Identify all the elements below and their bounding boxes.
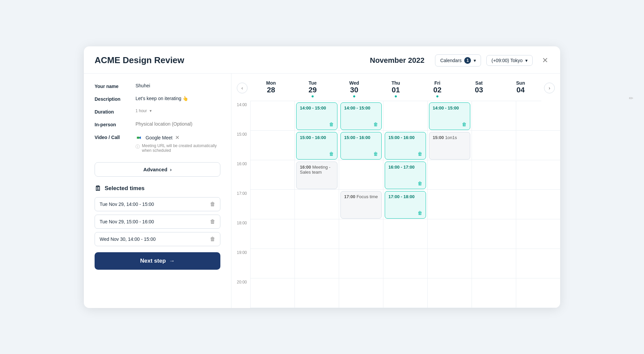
calendar-event[interactable]: 15:00 1on1s — [429, 132, 470, 160]
calendar-event[interactable]: 14:00 - 15:00 🗑 — [429, 102, 470, 130]
time-label: 15:00 — [231, 131, 250, 160]
time-slot-label: Tue Nov 29, 15:00 - 16:00 — [100, 219, 154, 224]
hour-cell — [295, 278, 339, 308]
event-time-label: 15:00 - 16:00 — [388, 135, 422, 140]
hour-cell — [472, 278, 516, 308]
hour-cell — [295, 219, 339, 249]
hour-cell — [251, 190, 294, 219]
time-slots-list: Tue Nov 29, 14:00 - 15:00 🗑Tue Nov 29, 1… — [95, 197, 220, 246]
hour-cell — [516, 219, 560, 249]
day-name: Wed — [333, 80, 375, 86]
event-time-label: 14:00 - 15:00 — [344, 105, 378, 110]
selected-times-section: 🗓 Selected times Tue Nov 29, 14:00 - 15:… — [95, 185, 220, 250]
day-dot-indicator — [353, 95, 355, 97]
hour-cell — [383, 101, 427, 131]
time-slot-delete-button[interactable]: 🗑 — [210, 219, 215, 225]
in-person-label: In-person — [95, 121, 131, 127]
video-call-label: Video / Call — [95, 134, 131, 140]
day-number: 02 — [417, 86, 458, 94]
hour-cell — [251, 160, 294, 190]
timezone-button[interactable]: (+09:00) Tokyo ▾ — [486, 55, 533, 66]
hour-cell — [472, 131, 516, 160]
description-label: Description — [95, 96, 131, 102]
day-header-sun: Sun 04 — [500, 78, 541, 101]
day-number: 01 — [375, 86, 417, 94]
calendar-next-button[interactable]: › — [544, 83, 555, 93]
calendar-event[interactable]: 15:00 - 16:00 🗑 — [296, 132, 337, 160]
time-slot-item: Tue Nov 29, 15:00 - 16:00 🗑 — [95, 215, 220, 229]
hour-cell — [516, 190, 560, 219]
calendar-clock-icon: 🗓 — [95, 185, 101, 192]
description-row: Description Let's keep on iterating 👆 ✏ — [95, 96, 220, 102]
day-col-mon — [250, 101, 294, 308]
video-remove-button[interactable]: ✕ — [175, 134, 179, 141]
time-column: 14:0015:0016:0017:0018:0019:0020:00 — [231, 101, 250, 308]
video-call-row: Video / Call — [95, 134, 220, 153]
calendar-event[interactable]: 17:00 Focus time — [340, 191, 382, 219]
event-delete-button[interactable]: 🗑 — [329, 151, 334, 157]
app-title: ACME Design Review — [95, 55, 365, 65]
advanced-button[interactable]: Advanced › — [95, 162, 220, 177]
calendars-chevron-icon: ▾ — [474, 58, 476, 63]
in-person-row: In-person — [95, 121, 220, 127]
left-panel: Your name Shuhei Description Let's keep … — [84, 74, 231, 308]
right-panel: ‹ Mon 28 Tue 29 Wed 30 Thu 01 Fri 02 Sat… — [231, 74, 560, 308]
hour-cell — [516, 101, 560, 131]
next-step-button[interactable]: Next step → — [95, 252, 220, 270]
event-time-label: 16:00 - 17:00 — [388, 165, 422, 170]
time-slot-delete-button[interactable]: 🗑 — [210, 201, 215, 207]
day-header-thu: Thu 01 — [375, 78, 417, 101]
event-delete-button[interactable]: 🗑 — [373, 151, 378, 157]
hour-cell — [295, 249, 339, 278]
time-slot-item: Wed Nov 30, 14:00 - 15:00 🗑 — [95, 232, 220, 246]
calendar-event[interactable]: 15:00 - 16:00 🗑 — [385, 132, 426, 160]
close-button[interactable]: ✕ — [541, 55, 549, 66]
body: Your name Shuhei Description Let's keep … — [84, 74, 560, 308]
event-delete-button[interactable]: 🗑 — [462, 122, 467, 127]
time-label: 17:00 — [231, 190, 250, 219]
duration-chevron-icon: ▾ — [150, 108, 152, 113]
meeting-url-note: ⓘ Meeting URL will be created automatica… — [136, 143, 220, 153]
duration-value: 1 hour — [136, 108, 147, 113]
day-number: 28 — [250, 86, 292, 94]
calendar-event[interactable]: 14:00 - 15:00 🗑 — [296, 102, 337, 130]
next-step-arrow-icon: → — [169, 258, 175, 264]
hour-cell — [251, 278, 294, 308]
duration-select[interactable]: 1 hour ▾ — [136, 108, 152, 113]
calendar-event[interactable]: 15:00 - 16:00 🗑 — [340, 132, 382, 160]
day-name: Tue — [292, 80, 333, 86]
day-name: Thu — [375, 80, 417, 86]
calendar-event[interactable]: 17:00 - 18:00 🗑 — [385, 191, 426, 219]
calendar-prev-button[interactable]: ‹ — [237, 83, 248, 93]
event-delete-button[interactable]: 🗑 — [418, 181, 422, 186]
calendars-button[interactable]: Calendars 1 ▾ — [435, 54, 481, 67]
hour-cell — [428, 160, 472, 190]
day-col-sat — [472, 101, 516, 308]
hour-cell — [251, 219, 294, 249]
time-slot-label: Wed Nov 30, 14:00 - 15:00 — [100, 236, 156, 242]
event-delete-button[interactable]: 🗑 — [373, 122, 378, 127]
event-delete-button[interactable]: 🗑 — [418, 210, 422, 216]
day-number: 30 — [333, 86, 375, 94]
day-dot-indicator — [312, 95, 314, 97]
calendar-grid: 14:0015:0016:0017:0018:0019:0020:00 14:0… — [231, 101, 560, 308]
time-slot-delete-button[interactable]: 🗑 — [210, 236, 215, 242]
in-person-input[interactable] — [136, 121, 203, 127]
event-delete-button[interactable]: 🗑 — [418, 151, 422, 157]
day-header-wed: Wed 30 — [333, 78, 375, 101]
video-call-inner-row: Google Meet ✕ — [136, 134, 220, 141]
calendar-event[interactable]: 16:00 - 17:00 🗑 — [385, 162, 426, 189]
calendar-event[interactable]: 16:00 Meeting - Sales team — [296, 162, 337, 189]
hour-cell — [339, 219, 383, 249]
day-dot-indicator — [436, 95, 438, 97]
hour-cell — [428, 219, 472, 249]
calendar-month: November 2022 — [370, 56, 425, 65]
hour-cell — [295, 190, 339, 219]
hour-cell — [428, 249, 472, 278]
time-label: 20:00 — [231, 278, 250, 308]
hour-cell — [472, 249, 516, 278]
calendar-days-header: Mon 28 Tue 29 Wed 30 Thu 01 Fri 02 Sat 0… — [250, 78, 541, 101]
description-value: Let's keep on iterating 👆 ✏ — [136, 96, 188, 101]
calendar-event[interactable]: 14:00 - 15:00 🗑 — [340, 102, 382, 130]
event-delete-button[interactable]: 🗑 — [329, 122, 334, 127]
